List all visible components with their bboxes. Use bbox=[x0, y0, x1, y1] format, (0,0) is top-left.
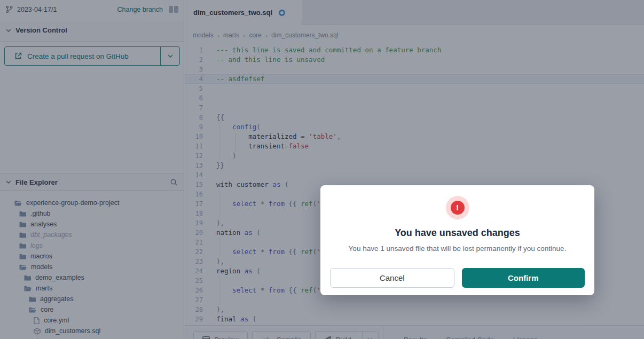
confirm-button[interactable]: Confirm bbox=[462, 268, 585, 288]
warning-icon: ! bbox=[446, 196, 469, 219]
modal-actions: Cancel Confirm bbox=[330, 268, 585, 288]
unsaved-changes-modal: ! You have unsaved changes You have 1 un… bbox=[320, 185, 594, 295]
modal-title: You have unsaved changes bbox=[320, 227, 594, 239]
dbt-ide-app: 2023-04-17/1 Change branch Version Contr… bbox=[0, 0, 644, 339]
modal-body-text: You have 1 unsaved file that will be los… bbox=[320, 245, 594, 253]
cancel-button[interactable]: Cancel bbox=[330, 268, 454, 288]
exclamation-icon: ! bbox=[451, 201, 465, 215]
